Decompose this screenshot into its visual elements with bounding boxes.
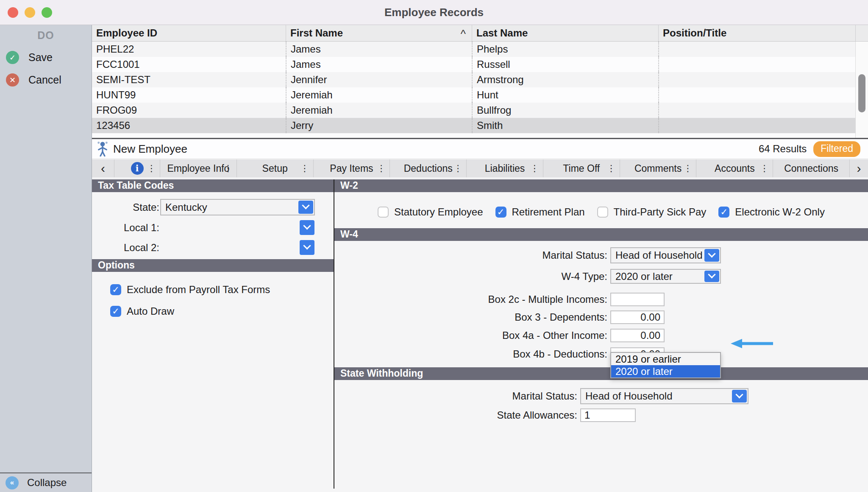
- state-dropdown-value: Kentucky: [165, 201, 207, 213]
- cell-last-name: Russell: [472, 57, 658, 72]
- results-count: 64 Results: [759, 143, 807, 155]
- tab-scroll-left-button[interactable]: ‹: [92, 159, 114, 177]
- column-header-first-name[interactable]: First Name ^: [286, 25, 472, 41]
- checkbox-label: Third-Party Sick Pay: [614, 206, 707, 218]
- sw-marital-status-value: Head of Household: [585, 390, 672, 402]
- filtered-badge[interactable]: Filtered: [813, 141, 860, 157]
- menu-option-2019-or-earlier[interactable]: 2019 or earlier: [611, 353, 720, 365]
- tab-overflow-icon[interactable]: ⋮: [530, 163, 539, 173]
- close-window-button[interactable]: [8, 7, 18, 18]
- checkbox-icon[interactable]: [378, 207, 389, 218]
- tab-employee-info[interactable]: Employee Info ⋮: [160, 159, 236, 177]
- tab-overflow-icon[interactable]: ⋮: [453, 163, 462, 173]
- electronic-w2-only-checkbox[interactable]: Electronic W-2 Only: [718, 206, 825, 218]
- zoom-window-button[interactable]: [42, 7, 52, 18]
- cell-employee-id: HUNT99: [92, 87, 286, 103]
- box2c-input[interactable]: [610, 293, 665, 306]
- local1-dropdown-button[interactable]: [300, 220, 314, 235]
- sw-marital-status-row: Marital Status: Head of Household: [334, 388, 868, 404]
- tab-overflow-icon[interactable]: ⋮: [607, 163, 616, 173]
- tab-overflow-icon[interactable]: ⋮: [760, 163, 769, 173]
- cell-employee-id: PHEL22: [92, 42, 286, 57]
- state-allowances-input[interactable]: 1: [580, 408, 636, 422]
- checkbox-icon[interactable]: [718, 207, 729, 218]
- tab-overflow-icon[interactable]: ⋮: [224, 163, 233, 173]
- exclude-payroll-tax-forms-checkbox[interactable]: Exclude from Payroll Tax Forms: [110, 284, 334, 296]
- tab-deductions[interactable]: Deductions ⋮: [389, 159, 466, 177]
- collapse-sidebar-button[interactable]: « Collapse: [0, 472, 92, 492]
- cell-first-name: James: [286, 42, 472, 57]
- table-row[interactable]: HUNT99 Jeremiah Hunt: [92, 87, 855, 103]
- menu-option-2020-or-later[interactable]: 2020 or later: [611, 365, 720, 377]
- w4-marital-status-dropdown[interactable]: Head of Household: [610, 247, 721, 263]
- save-button[interactable]: ✓ Save: [6, 51, 92, 64]
- cell-first-name: Jennifer: [286, 72, 472, 87]
- chevron-down-icon[interactable]: [732, 390, 747, 403]
- state-dropdown[interactable]: Kentucky: [160, 199, 315, 215]
- tax-codes-panel: Tax Table Codes State: Kentucky Local 1:: [92, 179, 334, 492]
- tab-setup[interactable]: Setup ⋮: [236, 159, 313, 177]
- cell-position-title: [658, 118, 855, 133]
- chevron-down-icon[interactable]: [298, 201, 313, 214]
- table-scrollbar-thumb[interactable]: [858, 74, 865, 112]
- tab-scroll-right-button[interactable]: ›: [849, 159, 868, 177]
- info-icon: i: [131, 162, 144, 175]
- checkbox-icon[interactable]: [495, 207, 506, 218]
- checkbox-icon[interactable]: [110, 306, 121, 317]
- minimize-window-button[interactable]: [25, 7, 35, 18]
- tab-time-off[interactable]: Time Off ⋮: [543, 159, 620, 177]
- third-party-sick-pay-checkbox[interactable]: Third-Party Sick Pay: [597, 206, 707, 218]
- column-header-first-name-label: First Name: [290, 27, 343, 39]
- cancel-button[interactable]: ✕ Cancel: [6, 73, 92, 87]
- section-header-options: Options: [92, 259, 334, 272]
- tab-info[interactable]: i ⋮: [114, 159, 160, 177]
- auto-draw-checkbox[interactable]: Auto Draw: [110, 305, 334, 317]
- box3-input[interactable]: 0.00: [610, 310, 665, 324]
- checkbox-icon[interactable]: [597, 207, 608, 218]
- cell-last-name: Phelps: [472, 42, 658, 57]
- tab-overflow-icon[interactable]: ⋮: [377, 163, 386, 173]
- local1-label: Local 1:: [92, 222, 159, 234]
- detail-tabstrip: ‹ i ⋮ Employee Info ⋮ Setup ⋮ Pay Items …: [92, 159, 868, 177]
- chevron-down-icon[interactable]: [704, 271, 719, 282]
- box4a-row: Box 4a - Other Income: 0.00: [334, 329, 868, 342]
- table-row[interactable]: PHEL22 James Phelps: [92, 42, 855, 57]
- table-row[interactable]: FROG09 Jeremiah Bullfrog: [92, 103, 855, 118]
- table-row[interactable]: SEMI-TEST Jennifer Armstrong: [92, 72, 855, 87]
- tab-connections[interactable]: Connections: [773, 159, 849, 177]
- column-header-employee-id[interactable]: Employee ID: [92, 25, 286, 41]
- tab-overflow-icon[interactable]: ⋮: [147, 163, 156, 173]
- column-header-last-name[interactable]: Last Name: [472, 25, 658, 41]
- titlebar: Employee Records: [0, 0, 868, 25]
- sort-ascending-icon[interactable]: ^: [461, 28, 466, 41]
- cell-last-name: Hunt: [472, 87, 658, 103]
- chevron-down-icon[interactable]: [704, 249, 719, 262]
- new-employee-person-icon: [96, 141, 109, 157]
- cell-position-title: [658, 87, 855, 103]
- cell-first-name: Jeremiah: [286, 87, 472, 103]
- section-header-state-withholding: State Withholding: [334, 367, 868, 380]
- column-header-position-title[interactable]: Position/Title: [658, 25, 855, 41]
- tab-liabilities[interactable]: Liabilities ⋮: [466, 159, 543, 177]
- statutory-employee-checkbox[interactable]: Statutory Employee: [378, 206, 483, 218]
- tab-accounts[interactable]: Accounts ⋮: [696, 159, 773, 177]
- box3-row: Box 3 - Dependents: 0.00: [334, 310, 868, 324]
- tab-pay-items[interactable]: Pay Items ⋮: [313, 159, 390, 177]
- retirement-plan-checkbox[interactable]: Retirement Plan: [495, 206, 585, 218]
- checkbox-icon[interactable]: [110, 284, 121, 295]
- box2c-label: Box 2c - Multiple Incomes:: [334, 294, 607, 305]
- w4-type-row: W-4 Type: 2020 or later: [334, 269, 868, 284]
- box4a-input[interactable]: 0.00: [610, 329, 665, 342]
- w4-marital-status-row: Marital Status: Head of Household: [334, 247, 868, 263]
- tab-comments[interactable]: Comments ⋮: [620, 159, 696, 177]
- checkbox-label: Electronic W-2 Only: [735, 206, 825, 218]
- table-row[interactable]: FCC1001 James Russell: [92, 57, 855, 72]
- tab-overflow-icon[interactable]: ⋮: [300, 163, 309, 173]
- table-row-selected[interactable]: 123456 Jerry Smith: [92, 118, 855, 133]
- cell-employee-id: FCC1001: [92, 57, 286, 72]
- w4-type-dropdown[interactable]: 2020 or later: [610, 269, 721, 284]
- sw-marital-status-dropdown[interactable]: Head of Household: [580, 388, 748, 404]
- table-scrollbar[interactable]: [855, 42, 868, 138]
- local2-dropdown-button[interactable]: [300, 240, 314, 255]
- tab-overflow-icon[interactable]: ⋮: [683, 163, 692, 173]
